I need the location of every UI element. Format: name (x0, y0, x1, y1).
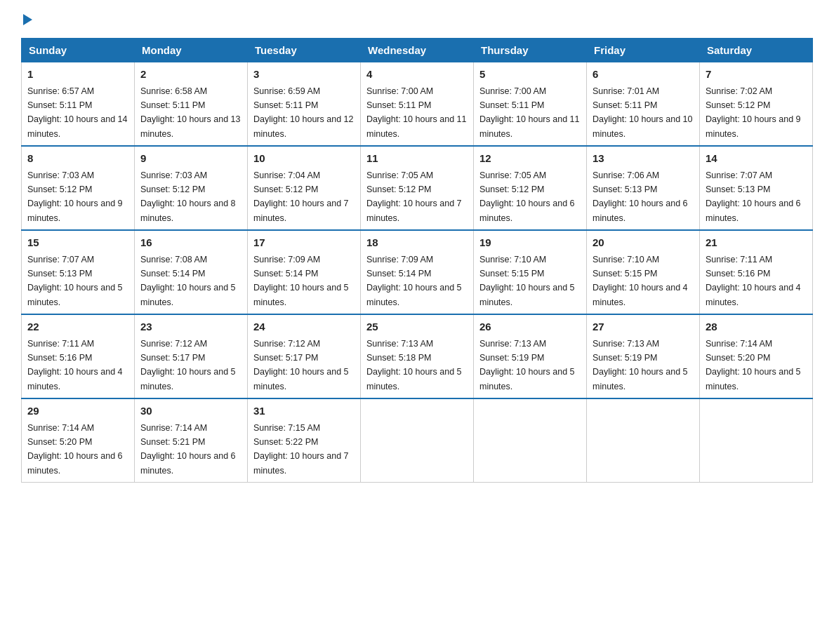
day-info: Sunrise: 6:58 AMSunset: 5:11 PMDaylight:… (140, 86, 240, 139)
calendar-cell: 23 Sunrise: 7:12 AMSunset: 5:17 PMDaylig… (135, 314, 248, 398)
day-number: 28 (706, 319, 807, 335)
day-info: Sunrise: 7:14 AMSunset: 5:21 PMDaylight:… (140, 423, 236, 476)
day-number: 13 (593, 151, 694, 167)
day-info: Sunrise: 7:13 AMSunset: 5:19 PMDaylight:… (479, 339, 575, 391)
day-info: Sunrise: 7:09 AMSunset: 5:14 PMDaylight:… (253, 255, 349, 307)
day-info: Sunrise: 7:10 AMSunset: 5:15 PMDaylight:… (593, 255, 688, 307)
calendar-cell: 29 Sunrise: 7:14 AMSunset: 5:20 PMDaylig… (22, 398, 135, 483)
column-header-wednesday: Wednesday (361, 39, 474, 62)
day-number: 16 (140, 235, 241, 251)
day-info: Sunrise: 7:13 AMSunset: 5:19 PMDaylight:… (593, 339, 688, 391)
calendar-cell: 27 Sunrise: 7:13 AMSunset: 5:19 PMDaylig… (587, 314, 700, 398)
day-info: Sunrise: 7:11 AMSunset: 5:16 PMDaylight:… (706, 255, 801, 307)
day-number: 25 (366, 319, 468, 335)
day-number: 24 (253, 319, 355, 335)
day-number: 18 (366, 235, 468, 251)
day-number: 19 (479, 235, 581, 251)
day-info: Sunrise: 7:03 AMSunset: 5:12 PMDaylight:… (140, 170, 236, 223)
day-number: 14 (706, 151, 807, 167)
calendar-cell: 28 Sunrise: 7:14 AMSunset: 5:20 PMDaylig… (700, 314, 813, 398)
day-info: Sunrise: 7:13 AMSunset: 5:18 PMDaylight:… (366, 339, 462, 391)
calendar-week-row: 1 Sunrise: 6:57 AMSunset: 5:11 PMDayligh… (22, 62, 813, 147)
day-info: Sunrise: 6:57 AMSunset: 5:11 PMDaylight:… (27, 86, 127, 139)
calendar-cell: 1 Sunrise: 6:57 AMSunset: 5:11 PMDayligh… (22, 62, 135, 147)
day-info: Sunrise: 7:01 AMSunset: 5:11 PMDaylight:… (593, 86, 692, 139)
day-number: 12 (479, 151, 581, 167)
day-number: 7 (706, 67, 807, 83)
calendar-week-row: 8 Sunrise: 7:03 AMSunset: 5:12 PMDayligh… (22, 146, 813, 230)
day-number: 31 (253, 403, 355, 420)
calendar-cell: 19 Sunrise: 7:10 AMSunset: 5:15 PMDaylig… (474, 230, 587, 314)
day-info: Sunrise: 7:02 AMSunset: 5:12 PMDaylight:… (706, 86, 801, 139)
day-number: 2 (140, 67, 241, 83)
calendar-cell: 9 Sunrise: 7:03 AMSunset: 5:12 PMDayligh… (135, 146, 248, 230)
calendar-cell: 10 Sunrise: 7:04 AMSunset: 5:12 PMDaylig… (248, 146, 361, 230)
calendar-cell: 31 Sunrise: 7:15 AMSunset: 5:22 PMDaylig… (248, 398, 361, 483)
day-number: 22 (27, 319, 128, 335)
day-info: Sunrise: 7:00 AMSunset: 5:11 PMDaylight:… (366, 86, 466, 139)
calendar-cell: 13 Sunrise: 7:06 AMSunset: 5:13 PMDaylig… (587, 146, 700, 230)
day-info: Sunrise: 7:08 AMSunset: 5:14 PMDaylight:… (140, 255, 236, 307)
day-number: 20 (593, 235, 694, 251)
page-header (21, 14, 813, 25)
day-info: Sunrise: 7:12 AMSunset: 5:17 PMDaylight:… (253, 339, 349, 391)
day-info: Sunrise: 7:14 AMSunset: 5:20 PMDaylight:… (27, 423, 123, 476)
day-info: Sunrise: 7:07 AMSunset: 5:13 PMDaylight:… (27, 255, 123, 307)
calendar-cell: 3 Sunrise: 6:59 AMSunset: 5:11 PMDayligh… (248, 62, 361, 147)
calendar-cell: 24 Sunrise: 7:12 AMSunset: 5:17 PMDaylig… (248, 314, 361, 398)
day-number: 15 (27, 235, 128, 251)
day-info: Sunrise: 7:03 AMSunset: 5:12 PMDaylight:… (27, 170, 123, 223)
calendar-cell (474, 398, 587, 483)
calendar-cell (361, 398, 474, 483)
calendar-cell: 18 Sunrise: 7:09 AMSunset: 5:14 PMDaylig… (361, 230, 474, 314)
calendar-cell (700, 398, 813, 483)
calendar-cell: 26 Sunrise: 7:13 AMSunset: 5:19 PMDaylig… (474, 314, 587, 398)
day-number: 9 (140, 151, 241, 167)
day-number: 21 (706, 235, 807, 251)
calendar-cell: 7 Sunrise: 7:02 AMSunset: 5:12 PMDayligh… (700, 62, 813, 147)
logo (21, 14, 32, 25)
calendar-week-row: 29 Sunrise: 7:14 AMSunset: 5:20 PMDaylig… (22, 398, 813, 483)
day-info: Sunrise: 7:04 AMSunset: 5:12 PMDaylight:… (253, 170, 349, 223)
day-info: Sunrise: 7:05 AMSunset: 5:12 PMDaylight:… (366, 170, 462, 223)
calendar-cell: 12 Sunrise: 7:05 AMSunset: 5:12 PMDaylig… (474, 146, 587, 230)
day-info: Sunrise: 7:05 AMSunset: 5:12 PMDaylight:… (479, 170, 575, 223)
calendar-cell: 17 Sunrise: 7:09 AMSunset: 5:14 PMDaylig… (248, 230, 361, 314)
calendar-cell: 4 Sunrise: 7:00 AMSunset: 5:11 PMDayligh… (361, 62, 474, 147)
day-number: 6 (593, 67, 694, 83)
column-header-saturday: Saturday (700, 39, 813, 62)
logo-triangle-icon (23, 14, 32, 25)
day-info: Sunrise: 7:00 AMSunset: 5:11 PMDaylight:… (479, 86, 579, 139)
day-info: Sunrise: 7:10 AMSunset: 5:15 PMDaylight:… (479, 255, 575, 307)
day-info: Sunrise: 7:15 AMSunset: 5:22 PMDaylight:… (253, 423, 349, 476)
calendar-cell (587, 398, 700, 483)
day-number: 29 (27, 403, 128, 420)
calendar-cell: 6 Sunrise: 7:01 AMSunset: 5:11 PMDayligh… (587, 62, 700, 147)
calendar-cell: 14 Sunrise: 7:07 AMSunset: 5:13 PMDaylig… (700, 146, 813, 230)
calendar-table: SundayMondayTuesdayWednesdayThursdayFrid… (21, 38, 813, 483)
day-number: 11 (366, 151, 468, 167)
day-number: 30 (140, 403, 241, 420)
day-info: Sunrise: 7:06 AMSunset: 5:13 PMDaylight:… (593, 170, 688, 223)
calendar-header-row: SundayMondayTuesdayWednesdayThursdayFrid… (22, 39, 813, 62)
day-info: Sunrise: 7:09 AMSunset: 5:14 PMDaylight:… (366, 255, 462, 307)
day-number: 27 (593, 319, 694, 335)
day-info: Sunrise: 7:07 AMSunset: 5:13 PMDaylight:… (706, 170, 801, 223)
day-info: Sunrise: 7:11 AMSunset: 5:16 PMDaylight:… (27, 339, 123, 391)
calendar-week-row: 22 Sunrise: 7:11 AMSunset: 5:16 PMDaylig… (22, 314, 813, 398)
calendar-cell: 25 Sunrise: 7:13 AMSunset: 5:18 PMDaylig… (361, 314, 474, 398)
day-number: 10 (253, 151, 355, 167)
day-info: Sunrise: 6:59 AMSunset: 5:11 PMDaylight:… (253, 86, 353, 139)
calendar-cell: 5 Sunrise: 7:00 AMSunset: 5:11 PMDayligh… (474, 62, 587, 147)
calendar-cell: 22 Sunrise: 7:11 AMSunset: 5:16 PMDaylig… (22, 314, 135, 398)
calendar-cell: 8 Sunrise: 7:03 AMSunset: 5:12 PMDayligh… (22, 146, 135, 230)
calendar-cell: 11 Sunrise: 7:05 AMSunset: 5:12 PMDaylig… (361, 146, 474, 230)
calendar-cell: 21 Sunrise: 7:11 AMSunset: 5:16 PMDaylig… (700, 230, 813, 314)
day-number: 17 (253, 235, 355, 251)
day-number: 3 (253, 67, 355, 83)
calendar-cell: 30 Sunrise: 7:14 AMSunset: 5:21 PMDaylig… (135, 398, 248, 483)
day-number: 26 (479, 319, 581, 335)
day-number: 23 (140, 319, 241, 335)
calendar-week-row: 15 Sunrise: 7:07 AMSunset: 5:13 PMDaylig… (22, 230, 813, 314)
column-header-tuesday: Tuesday (248, 39, 361, 62)
